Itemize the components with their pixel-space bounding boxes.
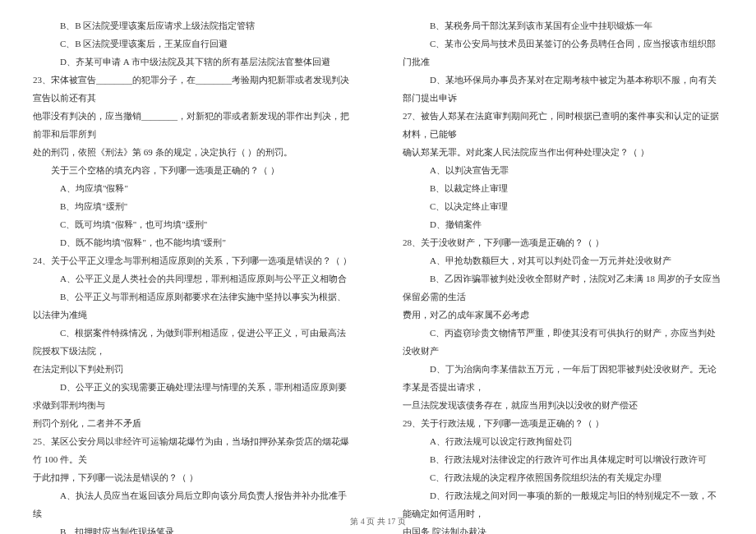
q22-option-d: D、齐某可申请 A 市中级法院及其下辖的所有基层法院法官整体回避 — [33, 53, 353, 71]
q27-stem-2: 确认郑某无罪。对此案人民法院应当作出何种处理决定？（ ） — [403, 143, 723, 161]
q28-option-d-2: 一旦法院发现该债务存在，就应当用判决以没收的财产偿还 — [403, 396, 723, 414]
q23-option-b: B、均应填"缓刑" — [33, 197, 353, 215]
q28-option-a: A、甲抢劫数额巨大，对其可以判处罚金一万元并处没收财产 — [403, 251, 723, 269]
page-columns: B、B 区法院受理该案后应请求上级法院指定管辖 C、B 区法院受理该案后，王某应… — [0, 0, 756, 534]
q24-option-c-2: 在法定刑以下判处刑罚 — [33, 360, 353, 378]
q29-option-c: C、行政法规的决定程序依照国务院组织法的有关规定办理 — [403, 468, 723, 486]
q27-stem-1: 27、被告人郑某在法庭审判期间死亡，同时根据已查明的案件事实和认定的证据材料，已… — [403, 107, 723, 143]
q23-option-d: D、既不能均填"假释"，也不能均填"缓刑" — [33, 233, 353, 251]
q23-option-a: A、均应填"假释" — [33, 179, 353, 197]
left-column: B、B 区法院受理该案后应请求上级法院指定管辖 C、B 区法院受理该案后，王某应… — [33, 16, 353, 534]
right-column: B、某税务局干部沈某到该市某国有企业中挂职锻炼一年 C、某市公安局与技术员田某签… — [403, 16, 723, 534]
q26-option-d: D、某地环保局办事员齐某对在定期考核中被定为基本称职不服，向有关部门提出申诉 — [403, 71, 723, 107]
q29-stem: 29、关于行政法规，下列哪一选项是正确的？（ ） — [403, 414, 723, 432]
q24-option-c-1: C、根据案件特殊情况，为做到罪刑相适应，促进公平正义，可由最高法院授权下级法院， — [33, 324, 353, 360]
q28-option-b-1: B、乙因诈骗罪被判处没收全部财产时，法院对乙未满 18 周岁的子女应当保留必需的… — [403, 269, 723, 306]
q27-option-c: C、以决定终止审理 — [403, 197, 723, 215]
q24-option-d-1: D、公平正义的实现需要正确处理法理与情理的关系，罪刑相适应原则要求做到罪刑均衡与 — [33, 378, 353, 414]
q24-option-d-2: 刑罚个别化，二者并不矛盾 — [33, 414, 353, 432]
q25-stem-2: 于此扣押，下列哪一说法是错误的？（ ） — [33, 468, 353, 486]
q23-stem-4: 关于三个空格的填充内容，下列哪一选项是正确的？（ ） — [33, 161, 353, 179]
q25-stem-1: 25、某区公安分局以非经许可运输烟花爆竹为由，当场扣押孙某杂货店的烟花爆竹 10… — [33, 432, 353, 468]
q29-option-b: B、行政法规对法律设定的行政许可作出具体规定时可以增设行政许可 — [403, 450, 723, 468]
q24-stem: 24、关于公平正义理念与罪刑相适应原则的关系，下列哪一选项是错误的？（ ） — [33, 251, 353, 269]
page-footer: 第 4 页 共 17 页 — [0, 516, 756, 527]
q22-option-c: C、B 区法院受理该案后，王某应自行回避 — [33, 35, 353, 53]
q23-option-c: C、既可均填"假释"，也可均填"缓刑" — [33, 215, 353, 233]
q24-option-a: A、公平正义是人类社会的共同理想，罪刑相适应原则与公平正义相吻合 — [33, 269, 353, 288]
q23-stem-3: 处的刑罚，依照《刑法》第 69 条的规定，决定执行（ ）的刑罚。 — [33, 143, 353, 161]
q28-option-d-1: D、丁为治病向李某借款五万元，一年后丁因犯罪被判处没收财产。无论李某是否提出请求… — [403, 360, 723, 396]
q24-option-b: B、公平正义与罪刑相适应原则都要求在法律实施中坚持以事实为根据、以法律为准绳 — [33, 288, 353, 324]
q28-option-c: C、丙盗窃珍贵文物情节严重，即使其没有可供执行的财产，亦应当判处没收财产 — [403, 324, 723, 360]
q27-option-d: D、撤销案件 — [403, 215, 723, 233]
q23-stem-2: 他罪没有判决的，应当撤销________，对新犯的罪或者新发现的罪作出判决，把前… — [33, 107, 353, 143]
q29-option-a: A、行政法规可以设定行政拘留处罚 — [403, 432, 723, 450]
q22-option-b: B、B 区法院受理该案后应请求上级法院指定管辖 — [33, 16, 353, 35]
q27-option-b: B、以裁定终止审理 — [403, 179, 723, 197]
q27-option-a: A、以判决宣告无罪 — [403, 161, 723, 179]
q26-option-c: C、某市公安局与技术员田某签订的公务员聘任合同，应当报该市组织部门批准 — [403, 35, 723, 71]
q28-option-b-2: 费用，对乙的成年家属不必考虑 — [403, 306, 723, 324]
q26-option-b: B、某税务局干部沈某到该市某国有企业中挂职锻炼一年 — [403, 16, 723, 35]
q28-stem: 28、关于没收财产，下列哪一选项是正确的？（ ） — [403, 233, 723, 251]
q23-stem-1: 23、宋体被宣告________的犯罪分子，在________考验期内犯新罪或者… — [33, 71, 353, 107]
